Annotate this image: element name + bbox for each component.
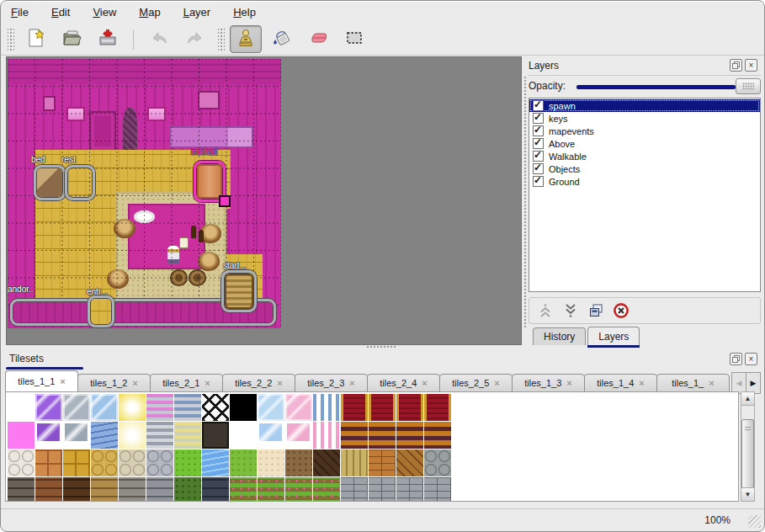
tile-empty[interactable] (8, 394, 35, 421)
tileset-tab-tiles_1_1[interactable]: tiles_1_1× (5, 370, 78, 392)
tile-glass-blue[interactable] (91, 394, 118, 421)
close-panel-icon[interactable]: × (745, 353, 757, 365)
layer-row-Objects[interactable]: Objects (529, 162, 760, 175)
tile-planks-dark-diag[interactable] (313, 450, 340, 476)
tile-path-stone-white[interactable] (8, 450, 35, 476)
close-tab-icon[interactable]: × (494, 378, 499, 388)
stamp-tool-button[interactable] (230, 25, 262, 53)
tile-herringbone[interactable] (396, 450, 423, 476)
tile-logs-gray[interactable] (424, 450, 451, 476)
tile-carpet-red[interactable] (424, 394, 451, 421)
tile-sand[interactable] (258, 450, 284, 476)
opacity-slider[interactable] (576, 85, 736, 89)
close-tab-icon[interactable]: × (422, 378, 427, 388)
layer-visibility-checkbox[interactable] (533, 176, 544, 187)
tile-hedge[interactable] (174, 477, 201, 502)
tile-glass-lightblue[interactable] (258, 394, 284, 421)
tile-stripes-brown[interactable] (369, 422, 396, 449)
scroll-up-icon[interactable]: ▲ (741, 392, 754, 406)
tileset-tab-tiles_2_4[interactable]: tiles_2_4× (367, 374, 440, 392)
tile-black[interactable] (230, 394, 257, 421)
close-panel-icon[interactable]: × (745, 59, 757, 72)
tile-tiles-gold[interactable] (63, 450, 90, 476)
tile-wall-graybrick[interactable] (146, 477, 173, 502)
tile-wall-darkwood[interactable] (63, 477, 90, 502)
tile-stripes-blue[interactable] (174, 394, 201, 421)
layer-row-spawn[interactable]: spawn (529, 99, 760, 112)
tile-plaque-dark[interactable] (202, 422, 229, 449)
tile-tile-pink[interactable] (8, 422, 35, 449)
tile-stripes-pink[interactable] (146, 394, 173, 421)
raise-layer-button[interactable] (536, 301, 555, 320)
rect-select-tool-button[interactable] (338, 25, 370, 53)
tile-water-ripple[interactable] (91, 422, 118, 449)
opacity-slider-handle[interactable] (736, 78, 761, 94)
tile-wall-brownbrick[interactable] (35, 477, 62, 502)
tile-glass-gray-small[interactable] (63, 422, 90, 449)
dock-tab-history[interactable]: History (533, 327, 586, 345)
layer-row-Ground[interactable]: Ground (529, 175, 760, 188)
undo-button[interactable] (143, 25, 175, 53)
tile-empty[interactable] (230, 422, 257, 449)
tile-grass-flower-path[interactable] (230, 477, 257, 502)
layer-row-mapevents[interactable]: mapevents (529, 125, 760, 137)
layer-row-Walkable[interactable]: Walkable (529, 150, 760, 162)
tile-glass-pink[interactable] (285, 394, 312, 421)
tile-glass-gray[interactable] (63, 394, 90, 421)
delete-layer-button[interactable] (612, 301, 630, 320)
tile-wall-graystone[interactable] (119, 477, 146, 502)
close-tab-icon[interactable]: × (132, 378, 137, 388)
menu-view[interactable]: View (93, 6, 116, 19)
map-canvas[interactable]: bedrestmikhailstart...entr...andor.. (8, 59, 281, 328)
open-file-button[interactable] (56, 25, 88, 53)
tile-grass[interactable] (230, 450, 257, 476)
map-object-entr[interactable] (88, 295, 114, 327)
layer-visibility-checkbox[interactable] (533, 151, 544, 162)
layer-visibility-checkbox[interactable] (533, 113, 544, 124)
menu-edit[interactable]: Edit (51, 6, 70, 19)
tile-stones-gray[interactable] (146, 450, 173, 476)
close-tab-icon[interactable]: × (639, 378, 644, 388)
map-object-bed[interactable] (34, 165, 66, 200)
tile-glow-pale[interactable] (119, 422, 146, 449)
tileset-scrollbar[interactable]: ▲ ▼ (741, 391, 755, 502)
map-object-rest[interactable] (65, 165, 95, 200)
layer-visibility-checkbox[interactable] (533, 138, 544, 149)
close-tab-icon[interactable]: × (205, 378, 210, 388)
tileset-tab-tiles_2_3[interactable]: tiles_2_3× (295, 374, 368, 392)
layer-row-keys[interactable]: keys (529, 112, 760, 125)
tile-pebbles[interactable] (119, 450, 146, 476)
tile-stones-gold[interactable] (91, 450, 118, 476)
layer-visibility-checkbox[interactable] (533, 125, 544, 136)
redo-button[interactable] (179, 25, 211, 53)
dock-resize-handle[interactable] (523, 76, 528, 328)
tile-wall-graybrick-light[interactable] (369, 477, 396, 502)
toolbar-drag-handle[interactable] (218, 29, 225, 51)
layer-row-Above[interactable]: Above (529, 137, 760, 150)
map-object-mikhail[interactable] (194, 161, 226, 202)
tile-lattice[interactable] (202, 394, 229, 421)
layer-visibility-checkbox[interactable] (533, 163, 544, 174)
tile-bricks-orange[interactable] (369, 450, 396, 476)
menu-layer[interactable]: Layer (183, 6, 211, 19)
tile-dirt[interactable] (285, 450, 312, 476)
selection-handle[interactable] (219, 195, 231, 207)
close-tab-icon[interactable]: × (60, 376, 65, 386)
tile-glass-pink-small[interactable] (285, 422, 312, 449)
dock-tab-layers[interactable]: Layers (587, 327, 640, 345)
duplicate-layer-button[interactable] (587, 301, 605, 320)
tile-curtain-pink[interactable] (313, 422, 340, 449)
float-panel-icon[interactable] (730, 59, 742, 72)
tileset-view[interactable] (5, 391, 739, 502)
tile-grass-bright[interactable] (174, 450, 201, 476)
resize-grip[interactable] (748, 515, 761, 528)
menu-file[interactable]: File (11, 6, 29, 19)
tile-wall-graybrick-light[interactable] (341, 477, 368, 502)
tile-glass-purple[interactable] (35, 394, 62, 421)
new-file-button[interactable] (19, 25, 51, 53)
tile-carpet-red[interactable] (341, 394, 368, 421)
tile-wall-darkstone[interactable] (8, 477, 35, 502)
tile-planks-vertical[interactable] (341, 450, 368, 476)
tile-wall-bluestone[interactable] (202, 477, 229, 502)
close-tab-icon[interactable]: × (566, 378, 571, 388)
